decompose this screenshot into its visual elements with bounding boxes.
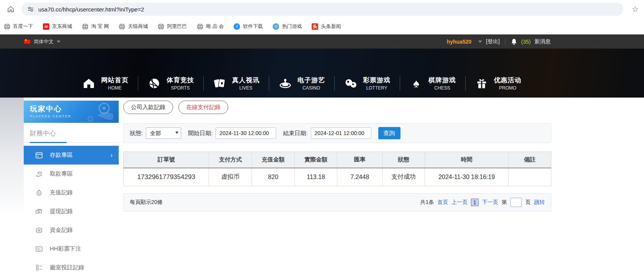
globe-icon xyxy=(82,23,88,30)
spade-icon: ♠ xyxy=(409,77,423,90)
cell-time: 2024-11-30 18:16:19 xyxy=(425,168,508,186)
total-count-text: 共1条 xyxy=(420,199,434,206)
sidebar-item-funds-record[interactable]: 資金記錄 xyxy=(24,221,119,240)
url-text[interactable]: usa70.cc/hhcp/usercenter.html?iniType=2 xyxy=(38,6,144,13)
records-panel: 公司入款記錄 在線支付記錄 狀態: 全部 開始日期: 結束日期: 查詢 xyxy=(123,98,551,277)
gift-icon xyxy=(475,77,489,90)
game-icon: ツ xyxy=(273,23,279,30)
jump-link[interactable]: 跳转 xyxy=(534,199,545,206)
hand-money-icon xyxy=(35,171,43,177)
message-count[interactable]: (35) xyxy=(521,39,531,45)
bookmark-baidu[interactable]: 百度一下 xyxy=(4,23,33,30)
bookmark-taobao[interactable]: 淘 宝 网 xyxy=(82,23,109,30)
china-flag-icon: ★ xyxy=(24,39,31,44)
player-center-sidebar: 玩家中心 PLAYERS CENTER 財務中心 存款專區 › 取款專區 ¥ xyxy=(24,101,119,277)
next-page-link[interactable]: 下一页 xyxy=(482,199,498,206)
page-label-before: 第 xyxy=(502,199,507,206)
nav-casino[interactable]: 电子游艺CASINO xyxy=(269,76,334,91)
col-pay-method: 支付方式 xyxy=(209,152,252,168)
col-actual-amount: 實際金額 xyxy=(294,152,337,168)
sidebar-item-deposit[interactable]: 存款專區 › xyxy=(24,146,119,165)
prev-page-link[interactable]: 上一页 xyxy=(451,199,467,206)
cell-actual-amount: 113.18 xyxy=(294,168,337,186)
sidebar-header: 玩家中心 PLAYERS CENTER xyxy=(24,101,119,123)
bookmark-jd[interactable]: JD 京东商城 xyxy=(43,23,72,30)
start-date-label: 開始日期: xyxy=(188,130,212,137)
list-items-icon xyxy=(35,265,43,270)
status-label: 狀態: xyxy=(130,130,143,137)
home-icon xyxy=(82,77,96,90)
browser-toolbar: usa70.cc/hhcp/usercenter.html?iniType=2 … xyxy=(0,0,644,18)
address-bar[interactable]: usa70.cc/hhcp/usercenter.html?iniType=2 xyxy=(21,3,623,16)
col-order-no: 訂單號 xyxy=(124,152,209,168)
sidebar-menu: 存款專區 › 取款專區 ¥ 充值記錄 提現記錄 xyxy=(24,146,119,277)
pagination-bar: 每頁顯示20條 共1条 首页 上一页 1 下一页 第 页 跳转 xyxy=(123,193,551,212)
nav-home[interactable]: 网站首页HOME xyxy=(73,76,138,91)
page-label-after: 页 xyxy=(525,199,531,206)
nav-promo[interactable]: 优惠活动PROMO xyxy=(466,76,531,91)
table-row: 1732961779354293 虚拟币 820 113.18 7.2448 支… xyxy=(124,168,551,186)
wallet-icon xyxy=(35,227,43,233)
nav-chess[interactable]: ♠ 棋牌游戏CHESS xyxy=(400,76,465,91)
col-remark: 備註 xyxy=(508,152,551,168)
banknote-icon xyxy=(35,209,43,214)
end-date-label: 結束日期: xyxy=(283,130,307,137)
col-exchange-rate: 匯率 xyxy=(337,152,382,168)
site-settings-icon[interactable] xyxy=(28,6,34,12)
first-page-link[interactable]: 首页 xyxy=(437,199,448,206)
record-tabs: 公司入款記錄 在線支付記錄 xyxy=(123,101,551,114)
bookmark-star-icon[interactable]: ☆ xyxy=(632,5,639,14)
language-selector[interactable]: 简体中文 xyxy=(34,38,54,45)
tab-company-deposit-record[interactable]: 公司入款記錄 xyxy=(123,101,173,114)
search-button[interactable]: 查詢 xyxy=(378,127,400,139)
cell-remark xyxy=(508,168,551,186)
nav-lives[interactable]: 真人视讯LIVES xyxy=(204,76,269,91)
cell-status: 支付成功 xyxy=(382,168,425,186)
bookmark-software[interactable]: i 软件下载 xyxy=(234,23,263,30)
payment-records-table: 訂單號 支付方式 充值金額 實際金額 匯率 狀態 時間 備註 173296177… xyxy=(123,152,551,186)
chevron-right-icon: › xyxy=(111,152,113,159)
col-time: 時間 xyxy=(425,152,508,168)
bell-icon[interactable] xyxy=(511,38,517,45)
bookmark-alibaba[interactable]: 阿里巴巴 xyxy=(158,23,187,30)
page-jump-input[interactable] xyxy=(510,198,522,207)
tab-online-payment-record[interactable]: 在線支付記錄 xyxy=(178,101,228,114)
svg-text:¥: ¥ xyxy=(38,192,40,195)
globe-icon xyxy=(4,23,10,30)
status-select[interactable]: 全部 xyxy=(146,127,181,139)
logout-link[interactable]: [登出] xyxy=(486,38,500,45)
sidebar-item-hh-lottery-bets[interactable]: HH彩票下注 xyxy=(24,240,119,258)
nav-lottery[interactable]: 彩票游戏LOTTERY xyxy=(335,76,400,91)
bookmark-toutiao[interactable]: 头 头条新闻 xyxy=(312,23,341,30)
bookmark-vip[interactable]: 唯 品 会 xyxy=(197,23,224,30)
col-status: 狀態 xyxy=(382,152,425,168)
bookmark-tmall[interactable]: 天猫商城 xyxy=(119,23,148,30)
globe-icon xyxy=(119,23,125,30)
sidebar-item-hall-bet-record[interactable]: 廳室投註記錄 xyxy=(24,258,119,277)
home-icon xyxy=(7,5,15,13)
cell-recharge-amount: 820 xyxy=(252,168,295,186)
sidebar-item-withdraw[interactable]: 取款專區 xyxy=(24,165,119,183)
cell-exchange-rate: 7.2448 xyxy=(337,168,382,186)
ticket-list-icon xyxy=(35,246,43,252)
chevron-down-icon[interactable] xyxy=(57,41,60,43)
chevron-down-icon[interactable] xyxy=(478,41,482,43)
globe-icon xyxy=(158,23,164,30)
message-label[interactable]: 新消息 xyxy=(534,38,551,45)
roulette-icon xyxy=(278,77,292,90)
nav-sports[interactable]: 体育竞技SPORTS xyxy=(138,76,203,91)
start-date-input[interactable] xyxy=(216,127,276,139)
globe-icon xyxy=(197,23,203,30)
divider xyxy=(505,39,505,45)
page-size-text: 每頁顯示20條 xyxy=(130,199,163,206)
end-date-input[interactable] xyxy=(311,127,371,139)
money-bag-icon: ¥ xyxy=(35,189,43,196)
bookmark-games[interactable]: ツ 热门游戏 xyxy=(273,23,302,30)
browser-home-button[interactable] xyxy=(5,4,16,15)
sidebar-item-recharge-record[interactable]: ¥ 充值記錄 xyxy=(24,183,119,202)
username-label[interactable]: hyhua520 xyxy=(447,39,472,45)
sidebar-item-withdrawal-record[interactable]: 提現記錄 xyxy=(24,202,119,221)
lottery-balls-icon xyxy=(344,77,358,90)
current-page-badge[interactable]: 1 xyxy=(471,199,479,206)
cell-pay-method: 虚拟币 xyxy=(209,168,252,186)
